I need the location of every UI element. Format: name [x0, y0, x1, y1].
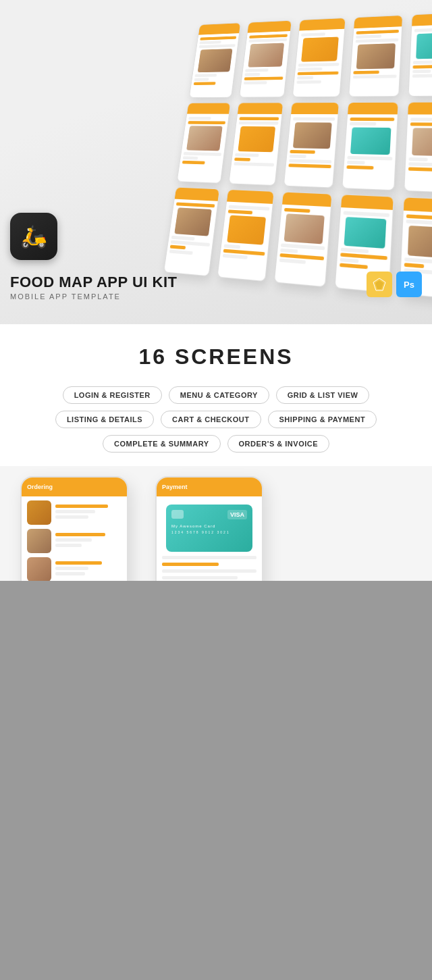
mini-phone-4 — [348, 15, 403, 97]
app-icon: 🛵 — [10, 213, 57, 260]
sketch-badge — [367, 272, 392, 297]
pp-item-2 — [27, 529, 122, 553]
tags-container: LOGIN & REGISTER MENU & CATEGORY GRID & … — [14, 386, 418, 453]
pp-header-ordering: Ordering — [22, 478, 127, 496]
phones-isometric-grid — [163, 12, 432, 300]
tool-badges: Ps — [367, 272, 422, 297]
pp-item-1 — [27, 500, 122, 525]
tag-complete[interactable]: COMPLETE & SUMMARY — [103, 435, 221, 453]
pp-food-image-1 — [27, 500, 51, 525]
pp-line-payment-4 — [162, 576, 238, 579]
pp-food-lines-3 — [55, 561, 122, 577]
mini-phone-8 — [284, 102, 340, 188]
preview-phone-payment: Payment My Awesome Card 1234 5678 9012 3… — [155, 476, 263, 581]
mini-phone-12 — [217, 189, 274, 282]
content-section: 16 SCREENS LOGIN & REGISTER MENU & CATEG… — [0, 324, 432, 466]
pp-line-payment-2 — [162, 563, 219, 566]
tag-cart[interactable]: CART & CHECKOUT — [161, 411, 261, 428]
pp-line-payment-1 — [162, 556, 256, 559]
mini-phone-7 — [228, 102, 284, 186]
preview-phones: Ordering — [0, 466, 432, 581]
pp-header-payment: Payment — [157, 478, 262, 496]
tag-menu[interactable]: MENU & CATEGORY — [169, 386, 269, 404]
gray-section — [0, 581, 432, 980]
tag-grid[interactable]: GRID & LIST VIEW — [276, 386, 370, 404]
ps-badge: Ps — [396, 272, 422, 297]
tag-shipping[interactable]: SHIPPING & PAYMENT — [268, 411, 377, 428]
tag-listing[interactable]: LISTING & DETAILS — [55, 411, 154, 428]
app-title-area: FOOD MAP APP UI KIT MOBILE APP TEMPLATE — [10, 274, 177, 301]
card-chip — [171, 510, 184, 519]
card-visa-logo: VISA — [227, 510, 247, 519]
app-icon-emoji: 🛵 — [20, 224, 47, 249]
pp-payment-card: My Awesome Card 1234 5678 9012 3021 VISA — [166, 505, 252, 552]
card-name: My Awesome Card — [171, 524, 247, 528]
pp-line-payment-3 — [162, 569, 256, 573]
pp-food-lines-1 — [55, 505, 122, 521]
app-title: FOOD MAP APP UI KIT — [10, 274, 177, 291]
screens-title: 16 SCREENS — [14, 344, 418, 369]
tag-login[interactable]: LOGIN & REGISTER — [63, 386, 162, 404]
app-logo-area: 🛵 — [10, 213, 57, 260]
hero-section: 🛵 FOOD MAP APP UI KIT MOBILE APP TEMPLAT… — [0, 0, 432, 324]
pp-payment-content: My Awesome Card 1234 5678 9012 3021 VISA — [157, 496, 262, 581]
mini-phone-10 — [404, 101, 432, 193]
preview-phone-ordering: Ordering — [20, 476, 128, 581]
pp-item-3 — [27, 557, 122, 581]
pp-food-lines-2 — [55, 533, 122, 549]
preview-section: Ordering — [0, 466, 432, 581]
mini-phone-2 — [239, 20, 292, 98]
app-subtitle: MOBILE APP TEMPLATE — [10, 292, 177, 301]
pp-header-text-ordering: Ordering — [27, 484, 53, 490]
mini-phone-9 — [342, 102, 398, 190]
card-details: 1234 5678 9012 3021 — [171, 530, 247, 534]
mini-phone-13 — [274, 192, 333, 288]
pp-header-text-payment: Payment — [162, 484, 188, 490]
pp-food-image-3 — [27, 557, 51, 581]
pp-content-ordering — [22, 496, 127, 581]
tag-orders[interactable]: ORDER'S & INVOICE — [227, 435, 329, 453]
mini-phone-3 — [292, 18, 346, 97]
sketch-icon — [372, 277, 387, 292]
pp-food-image-2 — [27, 529, 51, 553]
mini-phone-5 — [408, 12, 432, 97]
